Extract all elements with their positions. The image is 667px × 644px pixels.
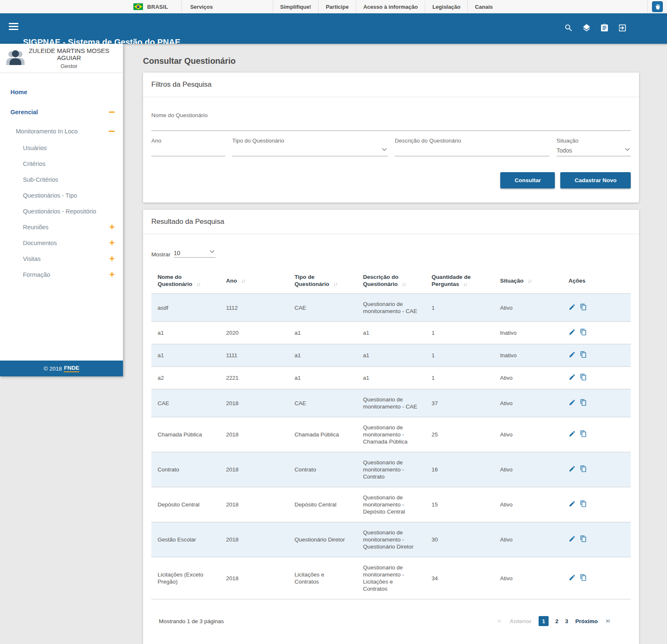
collapse-minus-icon[interactable] bbox=[109, 112, 115, 113]
sidebar-item-home[interactable]: Home bbox=[0, 82, 123, 102]
cell-situacao: Ativo bbox=[494, 367, 562, 389]
expand-plus-icon[interactable]: + bbox=[109, 240, 115, 246]
cell-tipo: Contrato bbox=[288, 452, 357, 487]
main-content: Consultar Questionário Filtros da Pesqui… bbox=[143, 44, 639, 644]
mostrar-label: Mostrar bbox=[151, 251, 171, 258]
sidebar-item-sub-crit-rios[interactable]: Sub-Critérios bbox=[0, 172, 123, 188]
copy-duplicate-icon[interactable] bbox=[580, 535, 587, 544]
menu-hamburger-icon[interactable] bbox=[9, 23, 18, 30]
column-header[interactable]: Nome do Questionário ↓↑ bbox=[151, 268, 220, 294]
consultar-button[interactable]: Consultar bbox=[500, 172, 555, 188]
ano-input[interactable] bbox=[151, 144, 225, 156]
cell-tipo: CAE bbox=[288, 389, 357, 417]
edit-pencil-icon[interactable] bbox=[569, 535, 576, 544]
sort-icon[interactable]: ↓↑ bbox=[527, 278, 531, 284]
gov-link[interactable]: Acesso à informação bbox=[356, 0, 425, 13]
edit-pencil-icon[interactable] bbox=[569, 303, 576, 312]
copy-duplicate-icon[interactable] bbox=[580, 574, 587, 582]
page-size-select[interactable]: 10 bbox=[174, 248, 216, 258]
user-name: ZULEIDE MARTINS MOSES AGUIAR bbox=[25, 47, 113, 61]
descricao-questionario-input[interactable] bbox=[395, 144, 549, 156]
gov-link-servicos[interactable]: Serviços bbox=[182, 4, 221, 10]
search-icon[interactable] bbox=[564, 23, 573, 33]
page-number[interactable]: 3 bbox=[565, 618, 568, 624]
sidebar-item-documentos[interactable]: Documentos+ bbox=[0, 235, 123, 251]
copy-duplicate-icon[interactable] bbox=[580, 430, 587, 439]
cell-ano: 1111 bbox=[220, 344, 288, 367]
sidebar-item-usu-rios[interactable]: Usuários bbox=[0, 140, 123, 156]
column-header[interactable]: Tipo de Questionário ↓↑ bbox=[288, 268, 357, 294]
cell-acoes bbox=[562, 557, 631, 599]
sidebar-item-label: Reuniões bbox=[23, 224, 48, 231]
edit-pencil-icon[interactable] bbox=[569, 399, 576, 407]
pagination: Anterior 123 Próximo bbox=[496, 616, 611, 626]
gov-brand[interactable]: BRASIL bbox=[147, 4, 168, 10]
expand-plus-icon[interactable]: + bbox=[109, 256, 115, 262]
collapse-minus-icon[interactable] bbox=[109, 130, 115, 132]
copy-duplicate-icon[interactable] bbox=[580, 465, 587, 474]
copy-duplicate-icon[interactable] bbox=[580, 303, 587, 312]
tipo-questionario-select[interactable] bbox=[232, 144, 388, 156]
last-page-icon[interactable] bbox=[605, 618, 611, 624]
column-header[interactable]: Descrição do Questionário ↓↑ bbox=[357, 268, 425, 294]
edit-pencil-icon[interactable] bbox=[569, 465, 576, 474]
column-header[interactable]: Situação ↓↑ bbox=[494, 268, 562, 294]
column-header[interactable]: Ano ↓↑ bbox=[220, 268, 288, 294]
sidebar-item-visitas[interactable]: Visitas+ bbox=[0, 251, 123, 267]
gov-link[interactable]: Canais bbox=[467, 0, 500, 13]
sort-icon[interactable]: ↓↑ bbox=[241, 278, 245, 284]
edit-pencil-icon[interactable] bbox=[569, 500, 576, 509]
page-number-active[interactable]: 1 bbox=[539, 616, 549, 626]
edit-pencil-icon[interactable] bbox=[569, 373, 576, 382]
logout-icon[interactable] bbox=[618, 23, 627, 33]
copy-duplicate-icon[interactable] bbox=[580, 500, 587, 509]
copy-duplicate-icon[interactable] bbox=[580, 351, 587, 359]
cell-quantidade: 25 bbox=[425, 417, 494, 452]
cell-tipo: CAE bbox=[288, 294, 357, 322]
tipo-questionario-label: Tipo do Questionário bbox=[232, 138, 388, 144]
layers-icon[interactable] bbox=[582, 23, 591, 33]
gov-link[interactable]: Simplifique! bbox=[273, 0, 318, 13]
sidebar-item-gerencial[interactable]: Gerencial bbox=[0, 102, 123, 122]
page-number[interactable]: 2 bbox=[555, 618, 559, 624]
cell-acoes bbox=[562, 452, 631, 487]
edit-pencil-icon[interactable] bbox=[569, 328, 576, 337]
sidebar-item-label: Sub-Critérios bbox=[23, 176, 58, 183]
expand-plus-icon[interactable]: + bbox=[109, 272, 115, 278]
sidebar-item-forma-o[interactable]: Formação+ bbox=[0, 267, 123, 283]
sort-icon[interactable]: ↓↑ bbox=[334, 281, 337, 287]
column-header[interactable]: Quantidade de Perguntas ↓↑ bbox=[425, 268, 494, 294]
edit-pencil-icon[interactable] bbox=[569, 430, 576, 439]
chevron-down-icon bbox=[382, 145, 387, 153]
fnde-link[interactable]: FNDE bbox=[64, 365, 79, 372]
next-page-button[interactable]: Próximo bbox=[575, 618, 598, 624]
previous-page-button[interactable]: Anterior bbox=[509, 618, 532, 624]
sidebar-item-monitoramento-in-loco[interactable]: Monitoramento In Loco bbox=[0, 122, 123, 140]
gov-link[interactable]: Legislação bbox=[425, 0, 467, 13]
nome-questionario-input[interactable] bbox=[151, 118, 631, 131]
cadastrar-novo-button[interactable]: Cadastrar Novo bbox=[560, 172, 631, 188]
edit-pencil-icon[interactable] bbox=[569, 351, 576, 359]
sidebar-item-question-rios-tipo[interactable]: Questionários - Tipo bbox=[0, 188, 123, 203]
copy-duplicate-icon[interactable] bbox=[580, 328, 587, 337]
situacao-select[interactable]: Todos bbox=[557, 144, 631, 156]
cell-descricao: Questionario de monitoramento - CAE bbox=[357, 389, 425, 417]
first-page-icon[interactable] bbox=[496, 618, 502, 624]
sidebar-item-question-rios-reposit-rio[interactable]: Questionários - Repositório bbox=[0, 203, 123, 219]
sort-icon[interactable]: ↓↑ bbox=[463, 281, 467, 287]
gov-link[interactable]: Participe bbox=[318, 0, 356, 13]
clipboard-icon[interactable] bbox=[600, 23, 609, 33]
expand-plus-icon[interactable]: + bbox=[109, 224, 115, 230]
sidebar-item-reuni-es[interactable]: Reuniões+ bbox=[0, 219, 123, 235]
cell-ano: 2018 bbox=[220, 557, 288, 599]
cell-acoes bbox=[562, 487, 631, 522]
sort-icon[interactable]: ↓↑ bbox=[196, 281, 200, 287]
sidebar-item-crit-rios[interactable]: Critérios bbox=[0, 156, 123, 172]
vlibras-accessibility-icon[interactable] bbox=[652, 1, 663, 12]
edit-pencil-icon[interactable] bbox=[569, 574, 576, 582]
copy-duplicate-icon[interactable] bbox=[580, 399, 587, 407]
copy-duplicate-icon[interactable] bbox=[580, 373, 587, 382]
cell-descricao: a1 bbox=[357, 344, 425, 367]
sort-icon[interactable]: ↓↑ bbox=[402, 281, 406, 287]
cell-acoes bbox=[562, 417, 631, 452]
